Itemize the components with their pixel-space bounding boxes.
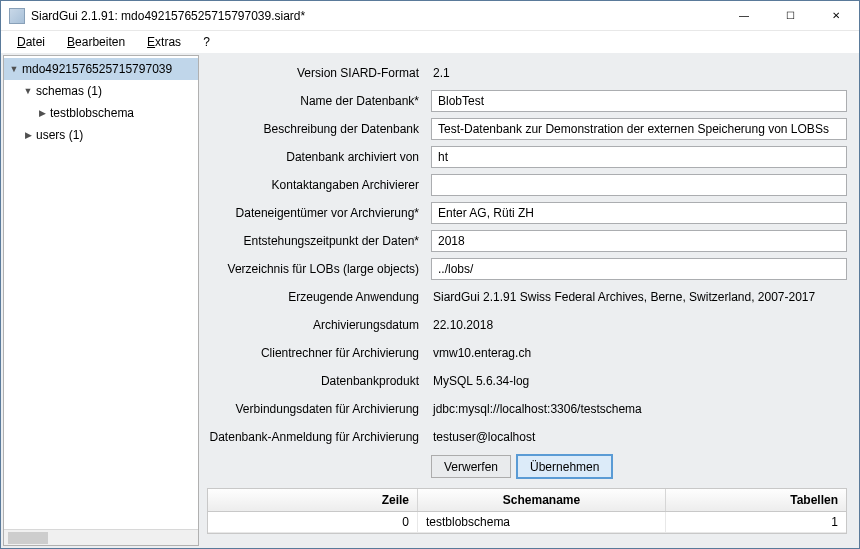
form-input[interactable] — [431, 118, 847, 140]
minimize-icon: — — [739, 10, 749, 21]
maximize-button[interactable]: ☐ — [767, 1, 813, 31]
form-row: Erzeugende AnwendungSiardGui 2.1.91 Swis… — [207, 285, 847, 309]
form: Version SIARD-Format2.1Name der Datenban… — [207, 61, 847, 449]
th-tabellen[interactable]: Tabellen — [666, 489, 846, 511]
menubar: Datei Bearbeiten Extras ? — [1, 31, 859, 53]
form-row: Dateneigentümer vor Archvierung* — [207, 201, 847, 225]
form-row: Datenbank archiviert von — [207, 145, 847, 169]
form-label: Clientrechner für Archivierung — [207, 346, 431, 360]
form-value: 2.1 — [431, 66, 847, 80]
table-header: Zeile Schemaname Tabellen — [208, 489, 846, 512]
maximize-icon: ☐ — [786, 10, 795, 21]
tree-root-label: mdo4921576525715797039 — [22, 62, 172, 76]
titlebar: SiardGui 2.1.91: mdo4921576525715797039.… — [1, 1, 859, 31]
form-value: SiardGui 2.1.91 Swiss Federal Archives, … — [431, 290, 847, 304]
form-value: MySQL 5.6.34-log — [431, 374, 847, 388]
form-label: Datenbank archiviert von — [207, 150, 431, 164]
form-row: Verzeichnis für LOBs (large objects) — [207, 257, 847, 281]
chevron-right-icon[interactable]: ▶ — [36, 107, 48, 119]
form-input[interactable] — [431, 258, 847, 280]
button-row: Verwerfen Übernehmen — [431, 455, 847, 478]
close-button[interactable]: ✕ — [813, 1, 859, 31]
form-row: Clientrechner für Archivierungvmw10.ente… — [207, 341, 847, 365]
form-input[interactable] — [431, 174, 847, 196]
close-icon: ✕ — [832, 10, 840, 21]
tree-node-label: testblobschema — [50, 106, 134, 120]
tree-node-testblobschema[interactable]: ▶ testblobschema — [4, 102, 198, 124]
form-row: Entstehungszeitpunkt der Daten* — [207, 229, 847, 253]
form-input[interactable] — [431, 90, 847, 112]
td-zeile: 0 — [208, 512, 418, 532]
td-tabellen: 1 — [666, 512, 846, 532]
chevron-down-icon[interactable]: ▼ — [22, 85, 34, 97]
form-row: Datenbank-Anmeldung für Archivierungtest… — [207, 425, 847, 449]
tree-node-label: schemas (1) — [36, 84, 102, 98]
app-icon — [9, 8, 25, 24]
chevron-down-icon[interactable]: ▼ — [8, 63, 20, 75]
form-label: Beschreibung der Datenbank — [207, 122, 431, 136]
tree: ▼ mdo4921576525715797039 ▼ schemas (1) ▶… — [4, 56, 198, 529]
form-row: Verbindungsdaten für Archivierungjdbc:my… — [207, 397, 847, 421]
chevron-right-icon[interactable]: ▶ — [22, 129, 34, 141]
form-label: Entstehungszeitpunkt der Daten* — [207, 234, 431, 248]
form-row: Archivierungsdatum22.10.2018 — [207, 313, 847, 337]
menu-extras[interactable]: Extras — [137, 33, 191, 51]
discard-button[interactable]: Verwerfen — [431, 455, 511, 478]
form-value: vmw10.enterag.ch — [431, 346, 847, 360]
form-label: Name der Datenbank* — [207, 94, 431, 108]
menu-help[interactable]: ? — [193, 33, 220, 51]
tree-node-label: users (1) — [36, 128, 83, 142]
form-label: Datenbank-Anmeldung für Archivierung — [207, 430, 431, 444]
form-label: Verzeichnis für LOBs (large objects) — [207, 262, 431, 276]
form-row: Beschreibung der Datenbank — [207, 117, 847, 141]
main-panel: Version SIARD-Format2.1Name der Datenban… — [199, 53, 859, 548]
form-row: Version SIARD-Format2.1 — [207, 61, 847, 85]
form-label: Archivierungsdatum — [207, 318, 431, 332]
form-label: Verbindungsdaten für Archivierung — [207, 402, 431, 416]
tree-node-users[interactable]: ▶ users (1) — [4, 124, 198, 146]
minimize-button[interactable]: — — [721, 1, 767, 31]
table-row[interactable]: 0 testblobschema 1 — [208, 512, 846, 533]
td-schema: testblobschema — [418, 512, 666, 532]
menu-bearbeiten[interactable]: Bearbeiten — [57, 33, 135, 51]
form-label: Version SIARD-Format — [207, 66, 431, 80]
menu-datei[interactable]: Datei — [7, 33, 55, 51]
form-label: Datenbankprodukt — [207, 374, 431, 388]
tree-node-schemas[interactable]: ▼ schemas (1) — [4, 80, 198, 102]
form-value: jdbc:mysql://localhost:3306/testschema — [431, 402, 847, 416]
window-title: SiardGui 2.1.91: mdo4921576525715797039.… — [31, 9, 721, 23]
scrollbar-thumb[interactable] — [8, 532, 48, 544]
schema-table: Zeile Schemaname Tabellen 0 testblobsche… — [207, 488, 847, 534]
apply-button[interactable]: Übernehmen — [517, 455, 612, 478]
form-input[interactable] — [431, 202, 847, 224]
form-value: testuser@localhost — [431, 430, 847, 444]
form-input[interactable] — [431, 146, 847, 168]
window-controls: — ☐ ✕ — [721, 1, 859, 31]
form-label: Erzeugende Anwendung — [207, 290, 431, 304]
th-schemaname[interactable]: Schemaname — [418, 489, 666, 511]
form-row: Name der Datenbank* — [207, 89, 847, 113]
content-area: ▼ mdo4921576525715797039 ▼ schemas (1) ▶… — [1, 53, 859, 548]
form-row: DatenbankproduktMySQL 5.6.34-log — [207, 369, 847, 393]
form-value: 22.10.2018 — [431, 318, 847, 332]
form-row: Kontaktangaben Archivierer — [207, 173, 847, 197]
tree-root[interactable]: ▼ mdo4921576525715797039 — [4, 58, 198, 80]
form-input[interactable] — [431, 230, 847, 252]
sidebar: ▼ mdo4921576525715797039 ▼ schemas (1) ▶… — [3, 55, 199, 546]
form-label: Kontaktangaben Archivierer — [207, 178, 431, 192]
horizontal-scrollbar[interactable] — [4, 529, 198, 545]
th-zeile[interactable]: Zeile — [208, 489, 418, 511]
form-label: Dateneigentümer vor Archvierung* — [207, 206, 431, 220]
